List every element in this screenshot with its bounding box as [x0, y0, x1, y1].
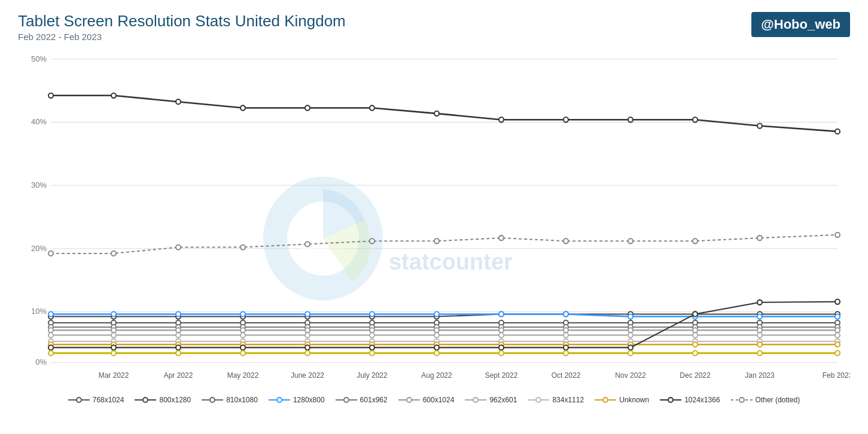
svg-point-44 — [305, 242, 310, 246]
svg-point-49 — [628, 239, 633, 243]
svg-text:Feb 2023: Feb 2023 — [823, 371, 850, 380]
legend-label: Other (dotted) — [756, 396, 800, 404]
svg-point-125 — [499, 333, 504, 338]
svg-point-35 — [564, 117, 568, 122]
legend-item-other: Other (dotted) — [731, 396, 800, 404]
legend-label: 962x601 — [489, 396, 517, 404]
svg-text:Dec 2022: Dec 2022 — [680, 371, 711, 380]
svg-point-115 — [693, 328, 698, 332]
svg-point-170 — [48, 351, 53, 356]
svg-text:Sept 2022: Sept 2022 — [485, 371, 518, 380]
svg-point-178 — [564, 351, 568, 356]
svg-point-126 — [564, 333, 568, 338]
svg-point-51 — [757, 236, 762, 240]
svg-point-109 — [305, 328, 310, 332]
svg-point-130 — [835, 333, 840, 338]
svg-point-181 — [757, 351, 762, 356]
chart-area: 50% 40% 30% 20% 10% 0% Mar 2022 Apr 2022… — [18, 47, 850, 393]
svg-text:0%: 0% — [35, 357, 47, 366]
svg-point-120 — [176, 333, 181, 338]
legend-label: Unknown — [619, 396, 649, 404]
svg-text:Jan 2023: Jan 2023 — [745, 371, 775, 380]
legend-label: 800x1280 — [159, 396, 191, 404]
legend-label: 1024x1366 — [684, 396, 720, 404]
legend-item-601x962: 601x962 — [336, 396, 388, 404]
svg-point-154 — [693, 342, 698, 347]
svg-point-77 — [757, 314, 762, 319]
svg-point-48 — [564, 239, 568, 243]
svg-text:10%: 10% — [31, 307, 47, 316]
svg-point-166 — [628, 345, 633, 350]
svg-point-160 — [240, 345, 245, 350]
svg-point-119 — [111, 333, 116, 338]
svg-point-39 — [835, 129, 840, 134]
svg-point-162 — [370, 345, 374, 350]
svg-point-123 — [370, 333, 374, 338]
svg-point-36 — [628, 117, 633, 122]
svg-point-121 — [240, 333, 245, 338]
svg-point-75 — [628, 314, 633, 319]
svg-point-110 — [370, 328, 374, 332]
svg-point-34 — [499, 117, 504, 122]
svg-point-29 — [176, 99, 181, 104]
svg-point-106 — [111, 328, 116, 332]
legend-label: 1280x800 — [293, 396, 325, 404]
svg-point-111 — [434, 328, 439, 332]
svg-point-179 — [628, 351, 633, 356]
svg-point-67 — [111, 311, 116, 316]
svg-point-127 — [628, 333, 633, 338]
page-title: Tablet Screen Resolution Stats United Ki… — [18, 12, 346, 30]
svg-point-50 — [693, 239, 698, 243]
svg-point-155 — [757, 342, 762, 347]
svg-point-169 — [835, 299, 840, 304]
svg-point-45 — [370, 239, 374, 243]
legend-item-810x1080: 810x1080 — [202, 396, 258, 404]
svg-point-122 — [305, 333, 310, 338]
svg-point-73 — [499, 311, 504, 316]
legend-item-768x1024: 768x1024 — [68, 396, 124, 404]
svg-text:40%: 40% — [31, 117, 47, 126]
svg-point-180 — [693, 351, 698, 356]
svg-point-72 — [434, 311, 439, 316]
svg-point-176 — [434, 351, 439, 356]
legend-label: 834x1112 — [552, 396, 584, 404]
chart-legend: 768x1024 800x1280 810x1080 1280x800 — [18, 396, 850, 404]
svg-text:June 2022: June 2022 — [291, 371, 324, 380]
brand-badge: @Hobo_web — [751, 12, 850, 37]
svg-point-31 — [305, 105, 310, 110]
svg-text:30%: 30% — [31, 181, 47, 190]
svg-point-161 — [305, 345, 310, 350]
svg-point-116 — [757, 328, 762, 332]
svg-point-70 — [305, 311, 310, 316]
svg-point-43 — [240, 244, 245, 249]
svg-text:Nov 2022: Nov 2022 — [615, 371, 646, 380]
svg-text:Aug 2022: Aug 2022 — [421, 371, 452, 380]
svg-text:Mar 2022: Mar 2022 — [99, 371, 129, 380]
svg-point-164 — [499, 345, 504, 350]
title-block: Tablet Screen Resolution Stats United Ki… — [18, 12, 346, 42]
svg-point-168 — [757, 300, 762, 305]
svg-point-30 — [240, 105, 245, 110]
svg-point-158 — [111, 345, 116, 350]
svg-point-33 — [434, 111, 439, 116]
svg-point-113 — [564, 328, 568, 332]
svg-point-74 — [564, 311, 568, 316]
svg-point-174 — [305, 351, 310, 356]
svg-point-117 — [835, 328, 840, 332]
svg-point-173 — [240, 351, 245, 356]
svg-point-107 — [176, 328, 181, 332]
svg-point-156 — [835, 342, 840, 347]
svg-text:20%: 20% — [31, 244, 47, 253]
legend-item-600x1024: 600x1024 — [398, 396, 455, 404]
svg-point-52 — [835, 233, 840, 237]
svg-point-40 — [48, 251, 53, 256]
svg-text:50%: 50% — [31, 54, 47, 63]
svg-point-71 — [370, 311, 374, 316]
svg-text:May 2022: May 2022 — [227, 371, 259, 380]
svg-point-108 — [240, 328, 245, 332]
chart-svg: 50% 40% 30% 20% 10% 0% Mar 2022 Apr 2022… — [18, 47, 850, 393]
svg-point-171 — [111, 351, 116, 356]
svg-point-38 — [757, 123, 762, 128]
svg-point-78 — [835, 314, 840, 319]
svg-point-177 — [499, 351, 504, 356]
